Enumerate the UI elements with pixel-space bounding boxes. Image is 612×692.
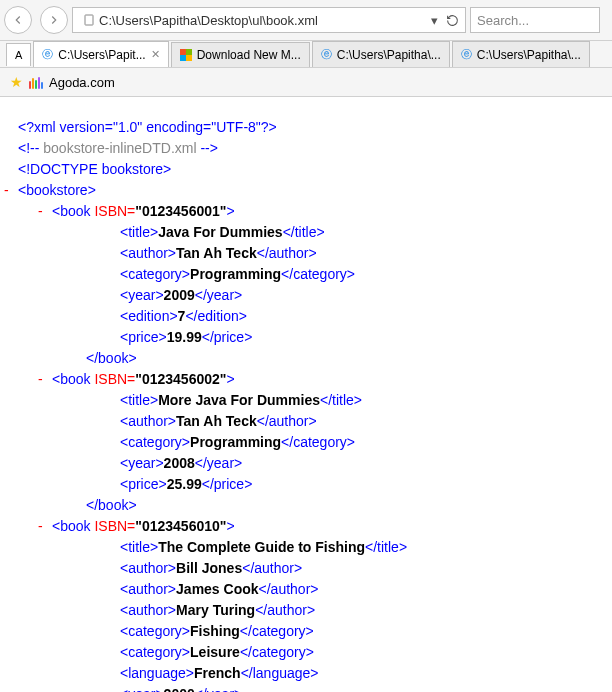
book-open[interactable]: - <book ISBN="0123456001"> — [18, 201, 594, 222]
arrow-right-icon — [47, 13, 61, 27]
book-open[interactable]: - <book ISBN="0123456010"> — [18, 516, 594, 537]
address-text: C:\Users\Papitha\Desktop\ul\book.xml — [99, 13, 431, 28]
edition-line: <edition>7</edition> — [18, 306, 594, 327]
category-line: <category>Programming</category> — [18, 432, 594, 453]
nav-bar: C:\Users\Papitha\Desktop\ul\book.xml ▾ S… — [0, 0, 612, 41]
year-line: <year>2009</year> — [18, 285, 594, 306]
address-bar[interactable]: C:\Users\Papitha\Desktop\ul\book.xml ▾ — [72, 7, 466, 33]
file-icon — [79, 13, 99, 27]
title-line: <title>More Java For Dummies</title> — [18, 390, 594, 411]
tab-label: Download New M... — [197, 48, 301, 62]
bookstore-open[interactable]: - <bookstore> — [18, 180, 594, 201]
author-line: <author>Mary Turing</author> — [18, 600, 594, 621]
ie-icon: ⓔ — [42, 47, 53, 62]
address-right: ▾ — [431, 13, 459, 28]
tab-0[interactable]: A — [6, 43, 31, 66]
tab-label: C:\Users\Papitha\... — [477, 48, 581, 62]
favorites-star-icon[interactable]: ★ — [10, 74, 23, 90]
category-line: <category>Leisure</category> — [18, 642, 594, 663]
microsoft-icon — [180, 49, 192, 61]
search-input[interactable]: Search... — [470, 7, 600, 33]
year-line: <year>2008</year> — [18, 453, 594, 474]
author-line: <author>Tan Ah Teck</author> — [18, 243, 594, 264]
ie-icon: ⓔ — [461, 47, 472, 62]
price-line: <price>25.99</price> — [18, 474, 594, 495]
title-line: <title>Java For Dummies</title> — [18, 222, 594, 243]
xml-comment: <!-- bookstore-inlineDTD.xml --> — [18, 138, 594, 159]
arrow-left-icon — [11, 13, 25, 27]
ie-icon: ⓔ — [321, 47, 332, 62]
author-line: <author>Tan Ah Teck</author> — [18, 411, 594, 432]
search-placeholder: Search... — [477, 13, 529, 28]
title-line: <title>The Complete Guide to Fishing</ti… — [18, 537, 594, 558]
dropdown-icon[interactable]: ▾ — [431, 13, 438, 28]
back-button[interactable] — [4, 6, 32, 34]
tab-label: C:\Users\Papit... — [58, 48, 145, 62]
book-close: </book> — [18, 495, 594, 516]
tab-bar: A ⓔ C:\Users\Papit... ✕ Download New M..… — [0, 41, 612, 68]
year-line: <year>2000</year> — [18, 684, 594, 692]
favorite-link[interactable]: Agoda.com — [49, 75, 115, 90]
forward-button[interactable] — [40, 6, 68, 34]
xml-declaration: <?xml version="1.0" encoding="UTF-8"?> — [18, 117, 594, 138]
close-icon[interactable]: ✕ — [151, 48, 160, 61]
xml-doctype: <!DOCTYPE bookstore> — [18, 159, 594, 180]
tab-4[interactable]: ⓔ C:\Users\Papitha\... — [452, 41, 590, 67]
refresh-icon[interactable] — [446, 14, 459, 27]
tab-2[interactable]: Download New M... — [171, 42, 310, 67]
language-line: <language>French</language> — [18, 663, 594, 684]
favorites-bar: ★ Agoda.com — [0, 68, 612, 97]
agoda-icon — [29, 75, 43, 89]
tab-1[interactable]: ⓔ C:\Users\Papit... ✕ — [33, 41, 168, 67]
author-line: <author>Bill Jones</author> — [18, 558, 594, 579]
category-line: <category>Fishing</category> — [18, 621, 594, 642]
book-open[interactable]: - <book ISBN="0123456002"> — [18, 369, 594, 390]
tab-label: C:\Users\Papitha\... — [337, 48, 441, 62]
price-line: <price>19.99</price> — [18, 327, 594, 348]
category-line: <category>Programming</category> — [18, 264, 594, 285]
book-close: </book> — [18, 348, 594, 369]
xml-content: <?xml version="1.0" encoding="UTF-8"?> <… — [0, 97, 612, 692]
author-line: <author>James Cook</author> — [18, 579, 594, 600]
tab-3[interactable]: ⓔ C:\Users\Papitha\... — [312, 41, 450, 67]
browser-chrome: C:\Users\Papitha\Desktop\ul\book.xml ▾ S… — [0, 0, 612, 97]
svg-rect-0 — [85, 15, 93, 25]
